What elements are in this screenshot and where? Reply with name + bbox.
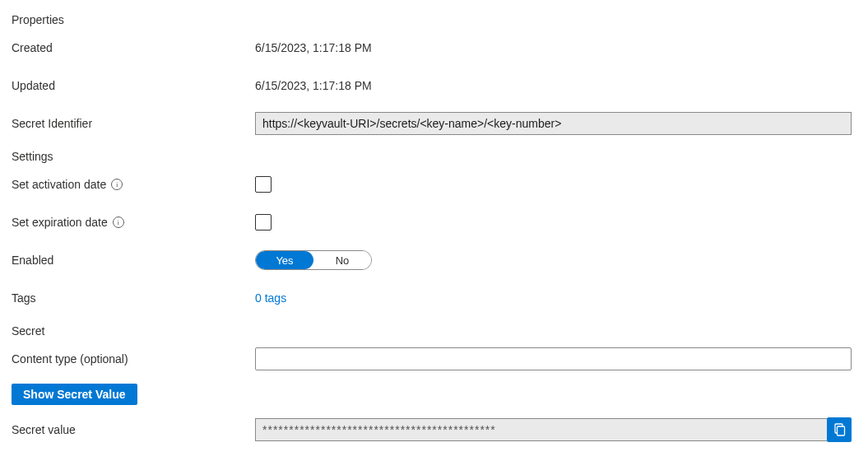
copy-secret-button[interactable] — [827, 417, 852, 442]
row-updated: Updated 6/15/2023, 1:17:18 PM — [12, 72, 856, 99]
toggle-enabled[interactable]: Yes No — [255, 250, 372, 270]
info-icon[interactable]: i — [111, 179, 123, 190]
copy-icon — [833, 423, 846, 436]
section-header-properties: Properties — [12, 13, 856, 26]
row-secret-identifier: Secret Identifier https://<keyvault-URI>… — [12, 110, 856, 137]
label-content-type: Content type (optional) — [12, 352, 255, 366]
checkbox-set-activation-date[interactable] — [255, 176, 272, 193]
row-tags: Tags 0 tags — [12, 285, 856, 311]
show-secret-value-button[interactable]: Show Secret Value — [12, 384, 137, 405]
label-created: Created — [12, 41, 255, 54]
info-icon[interactable]: i — [113, 217, 124, 228]
secret-identifier-field[interactable]: https://<keyvault-URI>/secrets/<key-name… — [255, 112, 852, 135]
checkbox-set-expiration-date[interactable] — [255, 214, 272, 230]
section-header-settings: Settings — [12, 150, 856, 163]
row-content-type: Content type (optional) — [12, 346, 856, 372]
row-set-activation-date: Set activation date i — [12, 171, 856, 198]
label-secret-value: Secret value — [12, 423, 255, 436]
svg-rect-1 — [838, 426, 845, 435]
label-enabled: Enabled — [12, 254, 255, 267]
section-header-secret: Secret — [12, 324, 856, 338]
row-set-expiration-date: Set expiration date i — [12, 209, 856, 235]
label-updated: Updated — [12, 79, 255, 92]
content-type-input[interactable] — [255, 347, 852, 370]
value-updated: 6/15/2023, 1:17:18 PM — [255, 79, 856, 92]
row-secret-value: Secret value ***************************… — [12, 417, 856, 443]
label-tags: Tags — [12, 291, 255, 305]
secret-value-field[interactable]: ****************************************… — [255, 418, 827, 441]
label-set-activation-date: Set activation date — [12, 178, 106, 191]
tags-link[interactable]: 0 tags — [255, 291, 286, 305]
label-secret-identifier: Secret Identifier — [12, 117, 255, 130]
row-created: Created 6/15/2023, 1:17:18 PM — [12, 35, 856, 61]
toggle-option-no[interactable]: No — [313, 251, 371, 269]
value-created: 6/15/2023, 1:17:18 PM — [255, 41, 856, 54]
row-enabled: Enabled Yes No — [12, 247, 856, 273]
toggle-option-yes[interactable]: Yes — [256, 251, 313, 269]
label-set-expiration-date: Set expiration date — [12, 216, 108, 229]
